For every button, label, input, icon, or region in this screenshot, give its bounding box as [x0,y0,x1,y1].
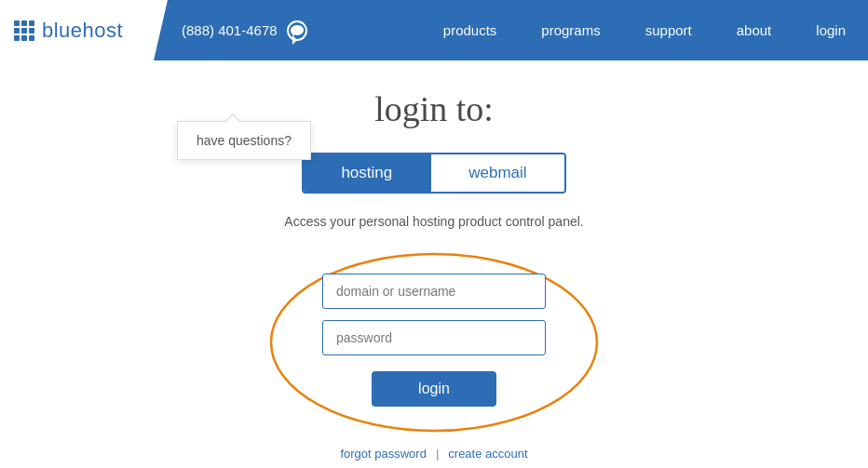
footer-divider: | [436,447,439,461]
username-input[interactable] [322,274,546,309]
nav-link-products[interactable]: products [421,0,520,60]
logo-grid-icon [14,20,34,41]
password-input[interactable] [322,320,546,355]
nav-link-login[interactable]: login [793,0,868,60]
login-form: login [322,274,546,407]
nav-phone-section: (888) 401-4678 [182,20,307,41]
login-button[interactable]: login [372,371,496,407]
nav-link-about[interactable]: about [714,0,794,60]
create-account-link[interactable]: create account [448,447,527,461]
nav-link-programs[interactable]: programs [519,0,622,60]
tab-webmail[interactable]: webmail [429,154,563,192]
phone-number[interactable]: (888) 401-4678 [182,22,278,38]
forgot-password-link[interactable]: forgot password [340,447,427,461]
logo-area: bluehost [0,0,154,60]
footer-links: forgot password | create account [340,447,527,461]
tab-hosting[interactable]: hosting [304,154,429,192]
chat-icon[interactable] [287,20,307,41]
login-title: login to: [374,88,494,129]
nav-link-support[interactable]: support [623,0,714,60]
oval-container: login [266,246,602,439]
tab-group: hosting webmail [302,153,565,194]
navbar: bluehost (888) 401-4678 products program… [0,0,868,60]
dropdown-menu[interactable]: have questions? [177,121,311,160]
main-content: login to: hosting webmail Access your pe… [0,60,868,468]
dropdown-text: have questions? [197,133,292,148]
nav-links: products programs support about login [421,0,868,60]
access-text: Access your personal hosting product con… [284,214,583,229]
logo-text: bluehost [42,19,123,43]
